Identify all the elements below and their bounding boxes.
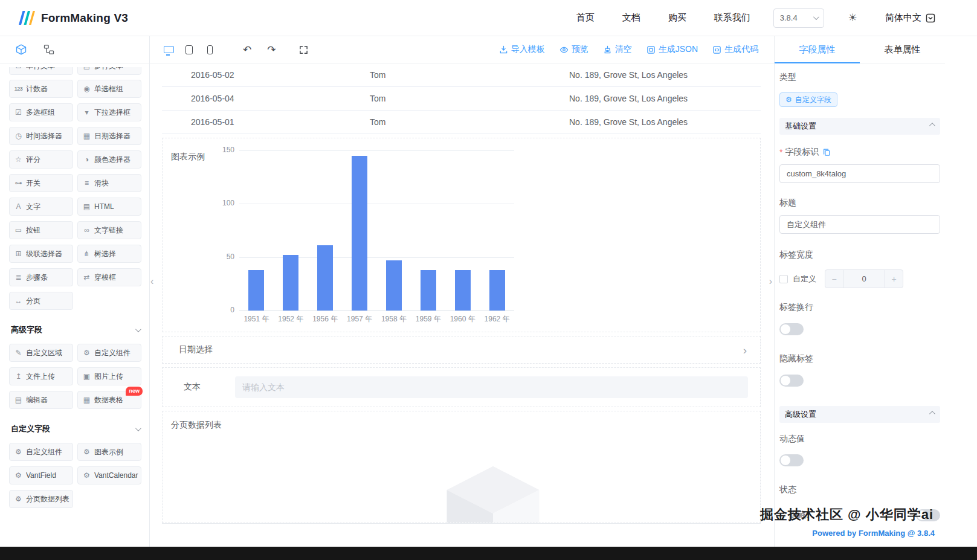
- tab-field-properties[interactable]: 字段属性: [775, 36, 860, 63]
- cell-address: No. 189, Grove St, Los Angeles: [563, 70, 761, 80]
- section-custom-fields[interactable]: 自定义字段: [11, 423, 140, 434]
- dynamic-value-toggle[interactable]: [779, 454, 804, 466]
- field-transfer[interactable]: ⇄穿梭框: [77, 268, 141, 286]
- field-label: 步骤条: [26, 272, 48, 283]
- field-editor[interactable]: ▤编辑器: [9, 391, 73, 409]
- text-input-widget[interactable]: 文本: [162, 367, 761, 407]
- cell-address: No. 189, Grove St, Los Angeles: [563, 94, 761, 103]
- nav-home[interactable]: 首页: [576, 12, 595, 24]
- field-text-link[interactable]: ∞文字链接: [77, 221, 141, 239]
- field-label: 滑块: [94, 178, 109, 188]
- field-rate[interactable]: ☆评分: [9, 150, 73, 169]
- field-label: 时间选择器: [26, 131, 62, 141]
- table-row[interactable]: 2016-05-01TomNo. 189, Grove St, Los Ange…: [162, 111, 761, 134]
- language-switcher[interactable]: 简体中文: [885, 12, 935, 24]
- field-color-picker[interactable]: ◑颜色选择器: [77, 150, 141, 169]
- nav-buy[interactable]: 购买: [668, 12, 686, 24]
- nav-contact[interactable]: 联系我们: [714, 12, 750, 24]
- phone-view-icon[interactable]: [202, 42, 218, 57]
- field-html[interactable]: ▤HTML: [77, 198, 141, 216]
- field-type-tag[interactable]: ⚙ 自定义字段: [779, 92, 837, 107]
- field-id-input[interactable]: [779, 164, 940, 183]
- increase-icon[interactable]: [885, 270, 903, 288]
- x-axis-tick: 1959 年: [411, 314, 445, 324]
- toolbar-action-label: 生成代码: [724, 44, 758, 55]
- nav-docs[interactable]: 文档: [622, 12, 640, 24]
- tab-component-library[interactable]: [15, 43, 27, 56]
- redo-icon[interactable]: ↷: [267, 45, 276, 55]
- field-steps[interactable]: ≣步骤条: [9, 268, 73, 286]
- field-vant-field[interactable]: ⚙VantField: [9, 466, 73, 484]
- clipped-widget-row: ⊟单行文本▤多行文本: [9, 67, 141, 75]
- theme-toggle-icon[interactable]: ☀: [848, 11, 857, 24]
- field-multi-line-text[interactable]: ▤多行文本: [77, 67, 141, 75]
- field-select[interactable]: ▾下拉选择框: [77, 103, 141, 121]
- section-title: 高级设置: [785, 409, 816, 420]
- logo[interactable]: FormMaking V3: [17, 10, 128, 26]
- field-text[interactable]: A文字: [9, 198, 73, 216]
- field-data-table[interactable]: ▦数据表格new: [77, 391, 141, 409]
- tab-outline-view[interactable]: [43, 43, 55, 56]
- toolbar-preview-button[interactable]: 预览: [559, 44, 588, 55]
- undo-icon[interactable]: ↶: [243, 45, 251, 55]
- chart-widget[interactable]: 图表示例 0501001501951 年1952 年1956 年1957 年19…: [162, 138, 761, 332]
- cube-icon: [15, 43, 27, 56]
- x-axis-tick: 1957 年: [343, 314, 377, 324]
- label-wrap-toggle[interactable]: [779, 323, 804, 335]
- toolbar-generate-code-button[interactable]: 生成代码: [712, 44, 758, 55]
- field-tree-select[interactable]: ⋔树选择: [77, 245, 141, 263]
- chart-bar: [317, 245, 333, 311]
- field-label: 日期选择器: [94, 131, 131, 141]
- field-custom-component[interactable]: ⚙自定义组件: [9, 443, 73, 461]
- field-pagination[interactable]: ↔分页: [9, 292, 73, 310]
- paged-list-widget[interactable]: 分页数据列表: [162, 411, 761, 523]
- field-cascader[interactable]: ⊞级联选择器: [9, 245, 73, 263]
- advanced-settings-header[interactable]: 高级设置: [779, 406, 940, 423]
- field-counter[interactable]: 123计数器: [9, 80, 73, 98]
- basic-settings-header[interactable]: 基础设置: [779, 118, 940, 135]
- toolbar-action-label: 清空: [615, 44, 632, 55]
- field-label: 文字链接: [94, 225, 123, 236]
- toolbar-clear-button[interactable]: 清空: [603, 44, 632, 55]
- field-time-picker[interactable]: ◷时间选择器: [9, 127, 73, 145]
- date-select-widget[interactable]: 日期选择 ›: [162, 336, 761, 364]
- field-date-picker[interactable]: ▦日期选择器: [77, 127, 141, 145]
- field-vant-calendar[interactable]: ⚙VantCalendar: [77, 466, 141, 484]
- field-radio-group[interactable]: ◉单选框组: [77, 80, 141, 98]
- collapse-left-handle[interactable]: ‹: [150, 277, 153, 286]
- copy-icon[interactable]: [822, 148, 831, 156]
- chevron-down-icon: [813, 14, 819, 20]
- hide-label-toggle[interactable]: [779, 375, 804, 387]
- plugin-icon: ⚙: [14, 448, 23, 455]
- tab-form-properties[interactable]: 表单属性: [860, 36, 945, 63]
- field-paged-data-list[interactable]: ⚙分页数据列表: [9, 490, 73, 508]
- data-table-widget[interactable]: 2016-05-02TomNo. 189, Grove St, Los Ange…: [162, 63, 761, 134]
- field-chart-demo[interactable]: ⚙图表示例: [77, 443, 141, 461]
- field-checkbox-group[interactable]: ☑多选框组: [9, 103, 73, 121]
- field-single-line-text[interactable]: ⊟单行文本: [9, 67, 73, 75]
- new-badge: new: [126, 387, 143, 396]
- sidebar-view-tabs: [0, 36, 149, 63]
- field-file-upload[interactable]: ↥文件上传: [9, 367, 73, 385]
- tree-icon: ⋔: [82, 250, 91, 257]
- table-row[interactable]: 2016-05-02TomNo. 189, Grove St, Los Ange…: [162, 63, 761, 87]
- custom-width-checkbox[interactable]: [779, 275, 788, 283]
- table-row[interactable]: 2016-05-04TomNo. 189, Grove St, Los Ange…: [162, 87, 761, 111]
- collapse-right-handle[interactable]: ›: [769, 277, 772, 286]
- field-slider[interactable]: ≡滑块: [77, 174, 141, 192]
- section-advanced-fields[interactable]: 高级字段: [11, 324, 140, 335]
- version-select[interactable]: 3.8.4: [773, 8, 824, 28]
- field-switch[interactable]: ⊶开关: [9, 174, 73, 192]
- field-image-upload[interactable]: ▣图片上传: [77, 367, 141, 385]
- field-button[interactable]: ▭按钮: [9, 221, 73, 239]
- fullscreen-icon[interactable]: [299, 45, 308, 54]
- decrease-icon[interactable]: [825, 270, 843, 288]
- field-custom-area[interactable]: ✎自定义区域: [9, 344, 73, 362]
- toolbar-import-template-button[interactable]: 导入模板: [499, 44, 545, 55]
- title-input[interactable]: [779, 215, 940, 234]
- text-field-input[interactable]: [235, 376, 748, 398]
- tablet-view-icon[interactable]: [181, 42, 197, 57]
- toolbar-generate-json-button[interactable]: 生成JSON: [646, 44, 698, 55]
- field-custom-component[interactable]: ⚙自定义组件: [77, 344, 141, 362]
- desktop-view-icon[interactable]: [161, 42, 176, 57]
